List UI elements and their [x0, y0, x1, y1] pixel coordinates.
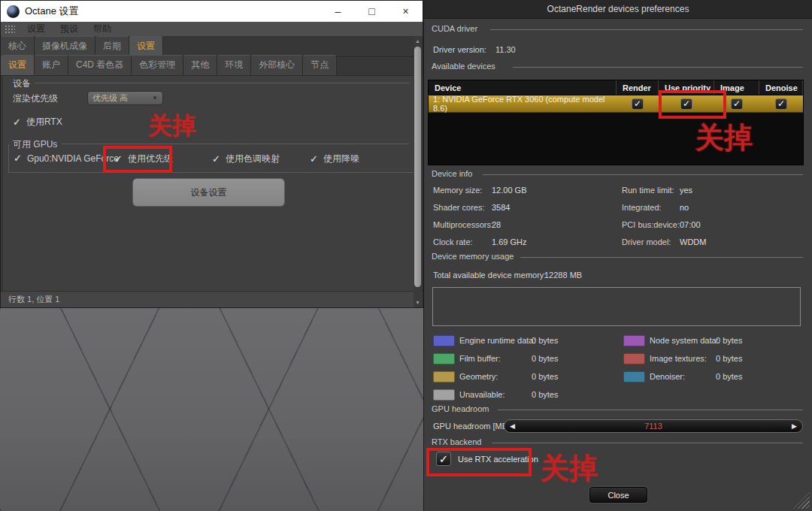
tab-color-management[interactable]: 色彩管理	[132, 55, 183, 75]
close-button[interactable]: Close	[589, 487, 647, 503]
legend-value: 0 bytes	[532, 336, 558, 345]
octane-logo-icon	[7, 5, 20, 18]
legend-value: 0 bytes	[716, 336, 742, 345]
scrollbar-thumb[interactable]	[414, 47, 421, 287]
total-memory-value: 12288 MB	[544, 271, 582, 280]
group-rule	[498, 410, 803, 410]
legend-value: 0 bytes	[532, 390, 558, 399]
menu-item-presets[interactable]: 预设	[53, 23, 86, 35]
legend-value: 0 bytes	[532, 354, 558, 363]
info-value: 3584	[492, 203, 510, 212]
use-rtx-checkbox[interactable]: ✓ 使用RTX	[13, 116, 62, 129]
image-checkbox[interactable]: ✓	[731, 98, 743, 110]
render-priority-label: 渲染优先级	[13, 92, 58, 105]
minimize-button[interactable]: –	[321, 1, 355, 22]
group-label-gpu-headroom: GPU headroom	[432, 404, 489, 413]
group-rule	[490, 29, 803, 30]
tab-external-core[interactable]: 外部核心	[251, 55, 303, 75]
legend-value: 0 bytes	[532, 372, 558, 381]
render-priority-dropdown[interactable]: 优先级 高 ▼	[87, 91, 163, 105]
device-row[interactable]: 1: NVIDIA GeForce RTX 3060 (compute mode…	[429, 95, 803, 113]
device-settings-button[interactable]: 设备设置	[132, 178, 285, 207]
grip-icon	[5, 25, 15, 34]
tab-row-main: 核心 摄像机成像 后期 设置	[1, 37, 423, 57]
col-device: Device	[429, 80, 617, 95]
gpu-headroom-slider[interactable]: 7113 ◀ ▶	[504, 419, 803, 433]
tab-c4d-shader[interactable]: C4D 着色器	[68, 55, 132, 75]
info-value: yes	[680, 186, 692, 195]
octane-devices-preferences-window: OctaneRender devices preferences CUDA dr…	[423, 0, 812, 511]
tab-camera-imaging[interactable]: 摄像机成像	[35, 36, 95, 56]
info-label: Shader cores:	[433, 203, 484, 212]
slider-left-arrow-icon[interactable]: ◀	[510, 422, 515, 430]
info-label: Run time limit:	[622, 186, 674, 195]
info-value: 1.69 GHz	[492, 237, 526, 246]
close-icon: ×	[402, 5, 408, 17]
check-icon: ✓	[212, 153, 220, 165]
tab-post[interactable]: 后期	[95, 36, 129, 56]
chevron-down-icon: ▼	[152, 95, 158, 101]
tab-row-settings: 设置 账户 C4D 着色器 色彩管理 其他 环境 外部核心 节点	[1, 57, 423, 76]
info-value: WDDM	[680, 237, 706, 246]
tab-nodes[interactable]: 节点	[303, 55, 337, 75]
group-label-device: 设备	[13, 77, 31, 90]
group-rule	[513, 67, 803, 68]
use-tonemap-checkbox[interactable]: ✓ 使用色调映射	[212, 153, 280, 165]
use-denoise-checkbox[interactable]: ✓ 使用降噪	[310, 153, 359, 165]
tab-other[interactable]: 其他	[183, 55, 217, 75]
resize-grip-icon[interactable]	[793, 492, 810, 509]
check-icon: ✓	[310, 153, 318, 165]
group-rule	[35, 83, 409, 83]
render-checkbox[interactable]: ✓	[632, 98, 644, 110]
group-label-memory-usage: Device memory usage	[432, 252, 514, 261]
octane-settings-window: Octane 设置 – □ × 设置 预设 帮助 核心 摄像机成像 后期 设置 …	[0, 0, 423, 308]
legend-label: Engine runtime data:	[459, 336, 536, 345]
check-icon: ✓	[777, 98, 785, 109]
tab-core[interactable]: 核心	[1, 36, 35, 56]
menu-bar: 设置 预设 帮助	[1, 22, 423, 37]
annotation-turn-off-left: 关掉	[148, 110, 196, 143]
annotation-box-rtx	[426, 448, 532, 476]
left-scrollbar[interactable]: ▲ ▼	[414, 37, 422, 307]
col-render: Render	[617, 80, 659, 95]
annotation-turn-off-rtx: 关掉	[541, 449, 598, 488]
use-tonemap-label: 使用色调映射	[226, 153, 280, 165]
denoise-checkbox[interactable]: ✓	[775, 98, 787, 110]
legend-swatch	[623, 353, 645, 364]
gpu-headroom-value: 7113	[504, 422, 802, 431]
annotation-box-use-priority-table	[659, 90, 726, 119]
legend-label: Denoiser:	[650, 372, 685, 381]
maximize-button[interactable]: □	[355, 1, 389, 22]
c4d-viewport[interactable]	[0, 307, 423, 511]
slider-right-arrow-icon[interactable]: ▶	[792, 422, 797, 430]
info-label: Integrated:	[622, 203, 662, 212]
tab-environment[interactable]: 环境	[217, 55, 251, 75]
device-name: 1: NVIDIA GeForce RTX 3060 (compute mode…	[429, 95, 617, 113]
menu-item-settings[interactable]: 设置	[20, 23, 53, 35]
gpu-headroom-label: GPU headroom [MB]:	[433, 422, 512, 431]
scroll-down-icon[interactable]: ▼	[414, 298, 422, 307]
legend-label: Geometry:	[459, 372, 498, 381]
legend-value: 0 bytes	[716, 354, 742, 363]
screen: Octane 设置 – □ × 设置 预设 帮助 核心 摄像机成像 后期 设置 …	[0, 0, 812, 511]
legend-label: Node system data:	[650, 336, 719, 345]
legend-label: Unavailable:	[459, 390, 505, 399]
annotation-box-use-priority-left	[103, 146, 172, 173]
right-window-title: OctaneRender devices preferences	[424, 0, 812, 19]
close-window-button[interactable]: ×	[389, 1, 423, 22]
info-value: 07:00	[680, 220, 701, 229]
info-label: Clock rate:	[433, 237, 473, 246]
tab-settings-sub[interactable]: 设置	[1, 55, 35, 75]
scroll-up-icon[interactable]: ▲	[414, 37, 422, 46]
info-label: Memory size:	[433, 186, 482, 195]
legend-label: Film buffer:	[459, 354, 501, 363]
info-value: 28	[492, 220, 501, 229]
tab-settings[interactable]: 设置	[129, 36, 163, 56]
left-window-title: Octane 设置	[25, 5, 79, 18]
tab-account[interactable]: 账户	[35, 55, 68, 75]
status-text: 行数 1, 位置 1	[8, 294, 59, 305]
legend-label: Image textures:	[650, 354, 707, 363]
status-bar: 行数 1, 位置 1	[1, 291, 423, 307]
info-label: PCI bus:device:	[622, 220, 680, 229]
menu-item-help[interactable]: 帮助	[86, 23, 119, 35]
